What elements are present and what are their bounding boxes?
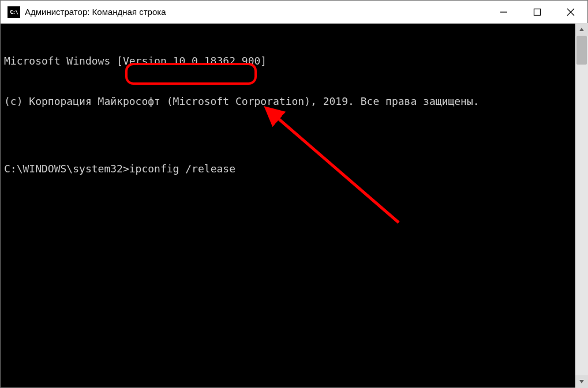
console-prompt: C:\WINDOWS\system32> xyxy=(4,163,129,175)
svg-marker-7 xyxy=(579,380,584,383)
cmd-window: C:\ Администратор: Командная строка Micr… xyxy=(0,0,588,388)
console-area[interactable]: Microsoft Windows [Version 10.0.18362.90… xyxy=(1,24,587,387)
console-prompt-line: C:\WINDOWS\system32>ipconfig /release xyxy=(4,162,584,175)
svg-marker-6 xyxy=(579,28,584,31)
console-line: (c) Корпорация Майкрософт (Microsoft Cor… xyxy=(4,95,584,108)
console-command: ipconfig /release xyxy=(129,163,235,175)
vertical-scrollbar[interactable] xyxy=(575,23,588,388)
scroll-up-button[interactable] xyxy=(575,23,588,36)
scroll-thumb[interactable] xyxy=(576,36,587,65)
console-line: Microsoft Windows [Version 10.0.18362.90… xyxy=(4,54,584,67)
window-title: Администратор: Командная строка xyxy=(25,7,166,17)
close-button[interactable] xyxy=(554,1,587,24)
maximize-button[interactable] xyxy=(520,1,554,24)
minimize-button[interactable] xyxy=(487,1,520,24)
titlebar[interactable]: C:\ Администратор: Командная строка xyxy=(1,1,587,24)
scroll-track[interactable] xyxy=(575,36,588,375)
annotation-arrow xyxy=(1,24,587,387)
scroll-down-button[interactable] xyxy=(575,375,588,388)
cmd-icon: C:\ xyxy=(8,6,20,18)
svg-rect-1 xyxy=(534,9,541,15)
